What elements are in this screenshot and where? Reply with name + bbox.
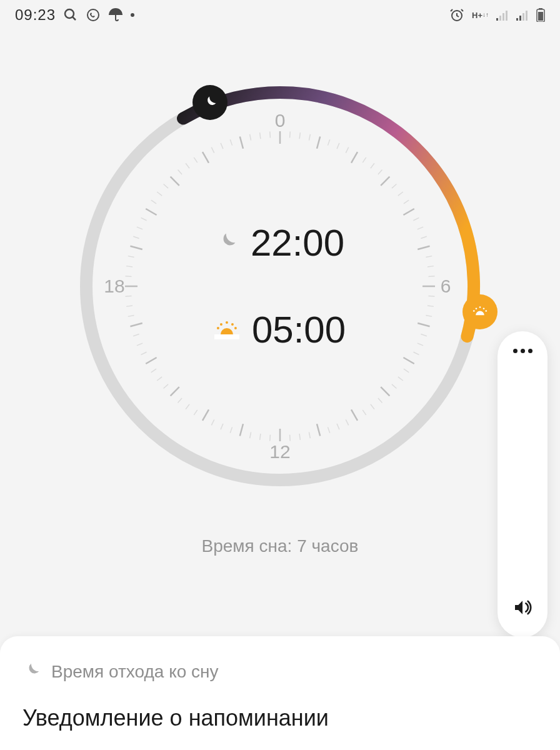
bedtime-row[interactable]: 22:00 <box>216 221 344 264</box>
svg-point-115 <box>220 323 222 326</box>
wake-value: 05:00 <box>252 308 346 351</box>
whatsapp-icon <box>86 8 101 22</box>
svg-point-124 <box>483 308 485 309</box>
svg-rect-7 <box>506 11 508 21</box>
svg-point-121 <box>473 310 475 312</box>
dot-icon <box>131 13 134 17</box>
status-bar: 09:23 H+ ↓↑ <box>0 0 560 30</box>
network-type-icon: H+ ↓↑ <box>472 11 489 19</box>
card-header: Время отхода ко сну <box>22 661 538 682</box>
volume-icon[interactable] <box>512 598 532 620</box>
more-icon[interactable] <box>513 349 532 353</box>
bedtime-handle[interactable] <box>192 85 228 120</box>
battery-icon <box>536 8 545 22</box>
search-icon <box>63 8 78 22</box>
svg-point-0 <box>65 9 74 18</box>
sunrise-icon <box>214 318 239 342</box>
umbrella-icon <box>108 8 123 22</box>
svg-rect-14 <box>538 12 543 21</box>
status-right: H+ ↓↑ <box>449 8 545 22</box>
svg-rect-4 <box>496 18 498 21</box>
dial-label-18: 18 <box>104 276 124 297</box>
svg-rect-120 <box>471 315 489 320</box>
bedtime-card: Время отхода ко сну Уведомление о напоми… <box>0 636 560 750</box>
svg-point-117 <box>231 323 234 326</box>
clock-center: 22:00 05:00 <box>214 221 346 351</box>
svg-point-125 <box>485 310 487 312</box>
svg-point-2 <box>88 9 99 21</box>
card-title[interactable]: Уведомление о напоминании <box>22 705 538 731</box>
alarm-icon <box>449 8 464 22</box>
svg-rect-8 <box>516 18 518 21</box>
side-panel[interactable] <box>498 331 548 638</box>
signal-icon-1 <box>496 9 509 21</box>
status-time: 09:23 <box>15 6 56 24</box>
svg-rect-9 <box>519 16 521 21</box>
sleep-duration-label: Время сна: 7 часов <box>0 536 560 556</box>
sleep-clock[interactable]: 0 6 12 18 22:00 05:00 <box>68 74 492 499</box>
svg-line-1 <box>72 17 76 20</box>
svg-point-118 <box>234 327 237 329</box>
svg-rect-113 <box>214 334 239 339</box>
moon-icon <box>216 231 238 256</box>
wake-handle[interactable] <box>462 294 498 329</box>
dial-label-6: 6 <box>441 276 451 297</box>
svg-rect-10 <box>522 13 524 21</box>
dial-label-12: 12 <box>269 441 290 462</box>
status-left: 09:23 <box>15 6 134 24</box>
card-header-text: Время отхода ко сну <box>51 662 219 682</box>
bedtime-value: 22:00 <box>251 221 344 264</box>
dial-label-0: 0 <box>275 110 286 131</box>
signal-icon-2 <box>516 9 529 21</box>
svg-point-123 <box>479 306 481 308</box>
network-label: H+ <box>472 11 482 19</box>
svg-point-122 <box>476 308 478 309</box>
moon-icon <box>22 661 41 682</box>
wake-row[interactable]: 05:00 <box>214 308 346 351</box>
svg-point-114 <box>217 327 219 329</box>
svg-point-116 <box>226 321 228 324</box>
svg-rect-6 <box>502 13 504 21</box>
svg-rect-5 <box>499 16 501 21</box>
svg-rect-11 <box>526 11 528 21</box>
